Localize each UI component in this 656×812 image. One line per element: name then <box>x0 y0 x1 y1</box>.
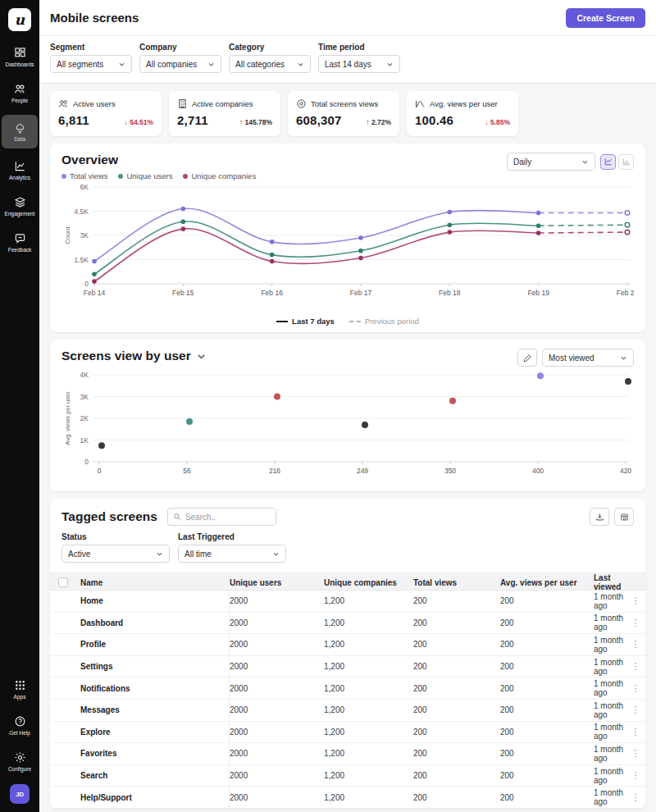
sidebar-item-get-help[interactable]: Get Help <box>0 711 39 740</box>
row-actions-kebab[interactable]: ⋮ <box>626 794 645 801</box>
legend-dot <box>118 174 123 179</box>
sidebar-item-analytics[interactable]: Analytics <box>0 156 39 185</box>
filter-select-category[interactable]: All categories <box>229 55 311 73</box>
row-actions-kebab[interactable]: ⋮ <box>626 619 645 627</box>
svg-text:Feb 15: Feb 15 <box>172 289 194 297</box>
analytics-icon <box>14 160 26 172</box>
overview-line-chart[interactable]: 01.5K3K4.5K6KCountFeb 14Feb 15Feb 16Feb … <box>61 180 634 305</box>
svg-text:3K: 3K <box>80 393 89 401</box>
cell-last_viewed: 1 month ago <box>594 592 626 610</box>
screens-view-card: Screens view by user Most viewed <box>50 340 645 491</box>
cell-last_viewed: 1 month ago <box>594 745 626 763</box>
select-all-checkbox[interactable] <box>58 577 68 587</box>
sidebar-item-configure[interactable]: Configure <box>0 747 39 776</box>
bar-chart-toggle[interactable] <box>618 154 634 170</box>
svg-text:1.5K: 1.5K <box>75 256 89 264</box>
sidebar-item-label: Apps <box>14 694 26 700</box>
table-row[interactable]: Messages20001,2002002001 month ago⋮ <box>50 700 645 722</box>
table-row[interactable]: Favorites20001,2002002001 month ago⋮ <box>50 743 645 765</box>
table-row[interactable]: Home20001,2002002001 month ago⋮ <box>50 591 645 613</box>
search-input[interactable] <box>185 513 271 522</box>
legend-dot <box>61 174 66 179</box>
screens-view-scatter-chart[interactable]: 01K2K3K4KAvg. views per user056216249350… <box>61 367 634 481</box>
screens-view-title: Screens view by user <box>61 349 191 363</box>
sidebar-item-people[interactable]: People <box>0 79 39 107</box>
kpi-value: 2,711 <box>177 113 208 127</box>
topbar: Mobile screens Create Screen <box>39 0 656 36</box>
sort-select[interactable]: Most viewed <box>542 349 634 367</box>
table-row[interactable]: Search20001,2002002001 month ago⋮ <box>50 765 645 787</box>
line-chart-toggle[interactable] <box>600 154 616 170</box>
sidebar-item-dashboards[interactable]: Dashboards <box>0 43 39 71</box>
cell-total_views: 200 <box>413 618 500 627</box>
row-actions-kebab[interactable]: ⋮ <box>626 706 645 714</box>
legend-label: Unique users <box>126 171 172 180</box>
cell-unique_users: 2000 <box>230 705 324 714</box>
row-actions-kebab[interactable]: ⋮ <box>626 597 645 604</box>
row-actions-kebab[interactable]: ⋮ <box>626 663 645 670</box>
row-actions-kebab[interactable]: ⋮ <box>626 772 645 779</box>
last-triggered-select[interactable]: All time <box>178 545 286 563</box>
cell-unique_users: 2000 <box>230 728 324 737</box>
sidebar-item-label: Engagement <box>5 211 35 217</box>
overview-footer-legend: Last 7 days Previous period <box>50 315 645 332</box>
user-avatar[interactable]: JD <box>10 784 30 804</box>
row-actions-kebab[interactable]: ⋮ <box>626 685 645 692</box>
row-actions-kebab[interactable]: ⋮ <box>626 728 645 736</box>
columns-button[interactable] <box>614 508 634 526</box>
cell-unique_companies: 1,200 <box>324 596 413 605</box>
cell-unique_companies: 1,200 <box>324 771 413 780</box>
cell-unique_companies: 1,200 <box>324 684 413 693</box>
sidebar-item-apps[interactable]: Apps <box>0 675 39 704</box>
legend-label: Total views <box>70 171 107 180</box>
table-row[interactable]: Profile20001,2002002001 month ago⋮ <box>50 634 645 656</box>
building-icon <box>177 98 188 109</box>
svg-text:1K: 1K <box>80 436 89 445</box>
overview-period-select[interactable]: Daily <box>507 153 595 171</box>
cell-total_views: 200 <box>413 793 500 802</box>
table-row[interactable]: Dashboard20001,2002002001 month ago⋮ <box>50 613 645 635</box>
svg-text:4K: 4K <box>80 371 89 379</box>
cell-last_viewed: 1 month ago <box>594 658 626 676</box>
kpi-row: Active users6,811↓ 54.51%Active companie… <box>50 91 645 136</box>
cell-total_views: 200 <box>413 749 500 758</box>
cell-unique_users: 2000 <box>230 793 324 802</box>
chevron-down-icon <box>118 61 125 68</box>
cell-last_viewed: 1 month ago <box>594 788 626 806</box>
sidebar: u DashboardsPeopleDataAnalyticsEngagemen… <box>0 0 39 812</box>
table-row[interactable]: Explore20001,2002002001 month ago⋮ <box>50 722 645 744</box>
chevron-down-icon[interactable] <box>196 351 207 362</box>
filter-select-time-period[interactable]: Last 14 days <box>318 55 400 73</box>
table-body: Home20001,2002002001 month ago⋮Dashboard… <box>50 591 645 809</box>
status-select[interactable]: Active <box>61 545 170 563</box>
cell-name: Notifications <box>80 677 230 699</box>
table-row[interactable]: Notifications20001,2002002001 month ago⋮ <box>50 677 645 700</box>
table-row[interactable]: Settings20001,2002002001 month ago⋮ <box>50 656 645 678</box>
bar-chart-icon <box>622 157 631 166</box>
sidebar-item-feedback[interactable]: Feedback <box>0 228 39 257</box>
kpi-value-row: 6,811↓ 54.51% <box>58 113 153 127</box>
chevron-down-icon <box>156 550 163 558</box>
cell-name: Profile <box>80 634 230 655</box>
overview-title: Overview <box>61 153 256 167</box>
filter-select-segment[interactable]: All segments <box>50 55 132 73</box>
chevron-down-icon <box>207 61 215 68</box>
row-actions-kebab[interactable]: ⋮ <box>626 641 645 648</box>
cell-avg_views_per_user: 200 <box>500 749 594 758</box>
sidebar-item-data[interactable]: Data <box>2 115 38 148</box>
table-row[interactable]: Help/Support20001,2002002001 month ago⋮ <box>50 787 645 809</box>
kpi-card-active-users: Active users6,811↓ 54.51% <box>50 91 162 136</box>
app-root: u DashboardsPeopleDataAnalyticsEngagemen… <box>0 0 656 812</box>
line-chart-icon <box>604 157 613 166</box>
svg-text:Feb 16: Feb 16 <box>261 289 283 297</box>
cell-name: Explore <box>80 722 230 743</box>
row-actions-kebab[interactable]: ⋮ <box>626 750 645 757</box>
app-logo[interactable]: u <box>8 8 31 31</box>
svg-text:400: 400 <box>532 467 544 475</box>
create-screen-button[interactable]: Create Screen <box>566 8 645 28</box>
sidebar-item-engagement[interactable]: Engagement <box>0 192 39 221</box>
edit-chart-button[interactable] <box>517 349 537 367</box>
filter-select-company[interactable]: All companies <box>139 55 221 73</box>
download-button[interactable] <box>590 508 609 526</box>
svg-text:Avg. views per user: Avg. views per user <box>64 391 71 445</box>
